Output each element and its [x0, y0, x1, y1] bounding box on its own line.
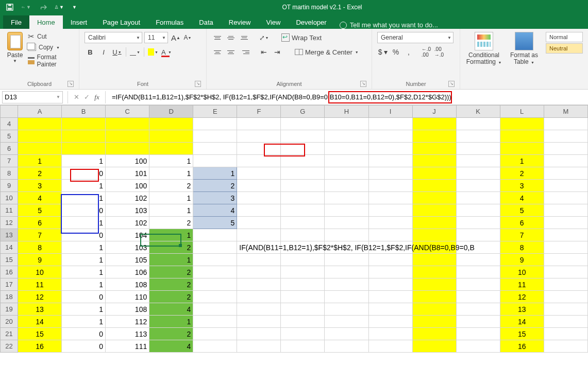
cell-E16[interactable] [193, 266, 237, 278]
cell-I9[interactable] [368, 180, 412, 192]
cell-M14[interactable] [544, 241, 587, 254]
cell-L5[interactable] [500, 130, 544, 143]
decrease-indent-button[interactable]: ⇤ [258, 46, 270, 58]
cell-style-neutral[interactable]: Neutral [546, 43, 583, 54]
cell-F10[interactable] [237, 192, 281, 204]
cell-F22[interactable] [237, 340, 281, 353]
increase-decimal-button[interactable]: ←.0.00 [421, 46, 432, 58]
cell-A6[interactable] [18, 143, 62, 155]
cell-H18[interactable] [325, 291, 368, 303]
cell-B7[interactable]: 1 [62, 155, 106, 167]
cell-C5[interactable] [106, 130, 149, 143]
cell-H20[interactable] [325, 316, 368, 328]
cell-C10[interactable]: 102 [106, 192, 149, 204]
cell-E18[interactable] [193, 291, 237, 303]
cut-button[interactable]: ✂ Cut [28, 32, 74, 41]
cell-A13[interactable]: 7 [18, 229, 62, 241]
cell-I16[interactable] [368, 266, 412, 278]
cell-I8[interactable] [368, 167, 412, 180]
cell-D14[interactable]: 2 [149, 241, 193, 254]
column-header-D[interactable]: D [149, 106, 193, 118]
cell-A8[interactable]: 2 [18, 167, 62, 180]
cell-K15[interactable] [456, 254, 500, 266]
row-header-21[interactable]: 21 [1, 328, 18, 340]
cell-E8[interactable]: 1 [193, 167, 237, 180]
row-header-13[interactable]: 13 [1, 229, 18, 241]
cell-L19[interactable]: 13 [500, 303, 544, 316]
format-painter-button[interactable]: Format Painter [28, 54, 74, 68]
cell-L22[interactable]: 16 [500, 340, 544, 353]
column-header-L[interactable]: L [500, 106, 544, 118]
cell-J18[interactable] [412, 291, 456, 303]
cell-K21[interactable] [456, 328, 500, 340]
cell-J15[interactable] [412, 254, 456, 266]
align-bottom-button[interactable] [239, 32, 250, 43]
cell-H17[interactable] [325, 278, 368, 291]
cell-A7[interactable]: 1 [18, 155, 62, 167]
accounting-format-button[interactable]: $ ▾ [377, 46, 389, 58]
cell-D8[interactable]: 1 [149, 167, 193, 180]
cell-H15[interactable] [325, 254, 368, 266]
cell-C13[interactable]: 104 [106, 229, 149, 241]
cell-J6[interactable] [412, 143, 456, 155]
cell-K11[interactable] [456, 204, 500, 217]
cell-B9[interactable]: 1 [62, 180, 106, 192]
cell-H4[interactable] [325, 118, 368, 130]
row-header-9[interactable]: 9 [1, 180, 18, 192]
cell-D7[interactable]: 1 [149, 155, 193, 167]
tab-review[interactable]: Review [221, 15, 259, 29]
cell-I22[interactable] [368, 340, 412, 353]
cell-A19[interactable]: 13 [18, 303, 62, 316]
cell-I6[interactable] [368, 143, 412, 155]
comma-format-button[interactable]: , [403, 46, 414, 58]
copy-button[interactable]: Copy ▼ [28, 44, 74, 51]
cell-L6[interactable] [500, 143, 544, 155]
cell-L10[interactable]: 4 [500, 192, 544, 204]
cell-L20[interactable]: 14 [500, 316, 544, 328]
cell-M18[interactable] [544, 291, 587, 303]
cell-A20[interactable]: 14 [18, 316, 62, 328]
cell-G19[interactable] [281, 303, 325, 316]
column-header-J[interactable]: J [412, 106, 456, 118]
cell-J12[interactable] [412, 217, 456, 229]
cell-K8[interactable] [456, 167, 500, 180]
cell-J19[interactable] [412, 303, 456, 316]
cell-A21[interactable]: 15 [18, 328, 62, 340]
redo-icon[interactable] [38, 3, 47, 12]
column-header-H[interactable]: H [325, 106, 368, 118]
cell-K4[interactable] [456, 118, 500, 130]
cell-M12[interactable] [544, 217, 587, 229]
font-name-combo[interactable]: Calibri▼ [85, 32, 142, 43]
cell-E7[interactable] [193, 155, 237, 167]
cell-H6[interactable] [325, 143, 368, 155]
row-header-18[interactable]: 18 [1, 291, 18, 303]
cell-F15[interactable] [237, 254, 281, 266]
cell-E15[interactable] [193, 254, 237, 266]
dialog-launcher-icon[interactable]: ↘ [448, 81, 455, 87]
row-header-20[interactable]: 20 [1, 316, 18, 328]
align-right-button[interactable] [239, 46, 250, 58]
cell-I21[interactable] [368, 328, 412, 340]
tab-view[interactable]: View [258, 15, 288, 29]
cell-D11[interactable]: 1 [149, 204, 193, 217]
cell-F20[interactable] [237, 316, 281, 328]
cell-C15[interactable]: 105 [106, 254, 149, 266]
cell-J5[interactable] [412, 130, 456, 143]
save-icon[interactable] [5, 3, 14, 12]
enter-formula-icon[interactable]: ✓ [81, 93, 92, 101]
cell-A4[interactable] [18, 118, 62, 130]
cell-A17[interactable]: 11 [18, 278, 62, 291]
italic-button[interactable]: I [98, 46, 109, 58]
cell-D12[interactable]: 2 [149, 217, 193, 229]
spreadsheet-grid[interactable]: ABCDEFGHIJKLM456711100118201011129311002… [0, 105, 588, 367]
cell-B15[interactable]: 1 [62, 254, 106, 266]
cell-K17[interactable] [456, 278, 500, 291]
cell-M15[interactable] [544, 254, 587, 266]
cell-G15[interactable] [281, 254, 325, 266]
cell-H11[interactable] [325, 204, 368, 217]
cell-B20[interactable]: 1 [62, 316, 106, 328]
cell-I17[interactable] [368, 278, 412, 291]
cell-E19[interactable] [193, 303, 237, 316]
cell-M13[interactable] [544, 229, 587, 241]
cell-H16[interactable] [325, 266, 368, 278]
